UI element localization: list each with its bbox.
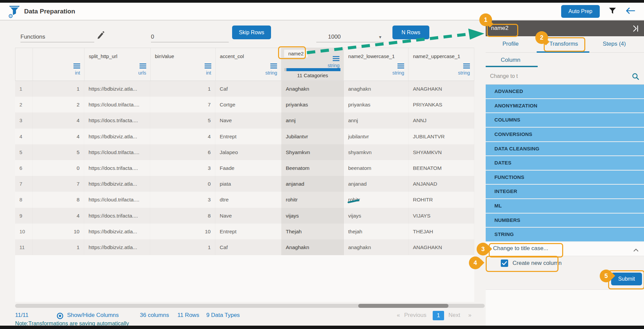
table-cell[interactable]: Entrept: [215, 224, 281, 239]
horizontal-scrollbar[interactable]: [15, 304, 485, 308]
table-cell[interactable]: ANJANAD: [409, 176, 474, 192]
table-cell[interactable]: Caf: [215, 81, 281, 97]
transform-search[interactable]: Change to t: [486, 69, 644, 85]
table-cell[interactable]: Faade: [215, 160, 281, 176]
table-cell[interactable]: https://bdbizviz.atla...: [84, 81, 150, 97]
table-cell[interactable]: vijays: [344, 208, 409, 224]
table-cell[interactable]: 10: [33, 224, 84, 239]
table-cell[interactable]: Jubilantvr: [281, 129, 344, 144]
transform-item-title-case[interactable]: Change to title case...: [486, 242, 644, 256]
table-cell[interactable]: https://cloud.trifacta....: [84, 97, 150, 112]
scrollbar-thumb[interactable]: [358, 304, 448, 308]
table-cell[interactable]: https://bdbizviz.atla...: [84, 239, 150, 255]
table-cell[interactable]: 0: [33, 160, 84, 176]
table-cell[interactable]: Entrept: [215, 129, 281, 144]
search-icon[interactable]: [632, 73, 640, 82]
table-cell[interactable]: 4: [33, 129, 84, 144]
table-cell[interactable]: thejah: [344, 224, 409, 239]
table-cell[interactable]: ANNJ: [409, 112, 474, 128]
table-cell[interactable]: PRIYANKAS: [409, 97, 474, 112]
transform-search-input[interactable]: Change to t: [490, 73, 518, 79]
table-cell[interactable]: anjanad: [281, 176, 344, 192]
transform-category-ml[interactable]: ML: [486, 199, 644, 214]
table-cell[interactable]: SHYAMKVN: [409, 144, 474, 160]
table-cell[interactable]: 0: [150, 176, 215, 192]
transform-category-numbers[interactable]: NUMBERS: [486, 214, 644, 228]
table-cell[interactable]: rohitr: [281, 192, 344, 207]
subtab-column[interactable]: Column: [501, 57, 521, 63]
eye-icon[interactable]: [56, 312, 64, 321]
tab-profile[interactable]: Profile: [502, 41, 519, 47]
table-cell[interactable]: anjanad: [344, 176, 409, 192]
show-hide-columns-link[interactable]: Show/Hide Columns: [67, 312, 119, 319]
column-header-binValue[interactable]: binValueint: [151, 48, 216, 81]
column-menu-icon[interactable]: [73, 63, 80, 68]
table-cell[interactable]: 6: [150, 144, 215, 160]
table-cell[interactable]: VIJAYS: [409, 208, 474, 224]
table-cell[interactable]: https://docs.trifacta....: [84, 208, 150, 224]
row-limit-select[interactable]: 1000 ▾: [316, 32, 384, 42]
pagination-next[interactable]: Next: [448, 312, 460, 319]
table-cell[interactable]: Cortge: [215, 97, 281, 112]
chevron-up-icon[interactable]: [633, 247, 639, 253]
table-cell[interactable]: 1: [33, 239, 84, 255]
table-cell[interactable]: 8: [150, 208, 215, 224]
n-rows-button[interactable]: N Rows: [392, 26, 429, 39]
submit-button[interactable]: Submit: [611, 273, 642, 285]
table-cell[interactable]: https://docs.trifacta....: [84, 112, 150, 128]
table-cell[interactable]: Nave: [215, 208, 281, 224]
column-header-name2[interactable]: name2string11 Catagories: [281, 48, 344, 81]
table-cell[interactable]: Caf: [215, 239, 281, 255]
table-cell[interactable]: 8: [33, 192, 84, 207]
table-cell[interactable]: BEENATOM: [409, 160, 474, 176]
table-cell[interactable]: https://bdbizviz.atla...: [84, 129, 150, 144]
transform-category-advanced[interactable]: ADVANCED: [486, 85, 644, 99]
column-menu-icon[interactable]: [333, 56, 339, 61]
table-cell[interactable]: priyankas: [344, 97, 409, 112]
column-header-name2_lowercase_1[interactable]: name2_lowercase_1string: [344, 48, 409, 81]
table-cell[interactable]: 4: [150, 129, 215, 144]
table-cell[interactable]: 1: [33, 81, 84, 97]
table-cell[interactable]: piata: [215, 176, 281, 192]
transform-category-columns[interactable]: COLUMNS: [486, 113, 644, 128]
table-cell[interactable]: dtre: [215, 192, 281, 207]
column-header-rownum[interactable]: [15, 48, 33, 81]
transform-category-functions[interactable]: FUNCTIONS: [486, 171, 644, 185]
transform-category-string[interactable]: STRING: [486, 228, 644, 242]
table-cell[interactable]: jubilantvr: [344, 129, 409, 144]
column-menu-icon[interactable]: [463, 63, 470, 68]
column-header-accent_col[interactable]: accent_colstring: [216, 48, 282, 81]
table-cell[interactable]: shyamkvn: [344, 144, 409, 160]
table-cell[interactable]: 4: [33, 112, 84, 128]
table-cell[interactable]: 1: [150, 239, 215, 255]
pagination-next-glyph[interactable]: »: [468, 312, 471, 319]
table-cell[interactable]: https://bdbizviz.atla...: [84, 224, 150, 239]
skip-rows-input[interactable]: 0: [151, 32, 229, 42]
create-new-column-checkbox[interactable]: [501, 260, 508, 267]
transform-category-anonymization[interactable]: ANONYMIZATION: [486, 99, 644, 113]
table-cell[interactable]: ROHITR: [409, 192, 474, 207]
table-cell[interactable]: anaghakn: [344, 81, 409, 97]
column-header-unnamed[interactable]: int: [33, 48, 85, 81]
table-cell[interactable]: THEJAH: [409, 224, 474, 239]
skip-rows-button[interactable]: Skip Rows: [232, 26, 271, 39]
column-header-split_http_url[interactable]: split_http_urlurls: [85, 48, 151, 81]
table-cell[interactable]: vijays: [281, 208, 344, 224]
tab-transforms[interactable]: Transforms: [549, 41, 578, 47]
table-cell[interactable]: 2: [33, 97, 84, 112]
column-menu-icon[interactable]: [205, 63, 211, 68]
table-cell[interactable]: Shyamkvn: [281, 144, 344, 160]
table-cell[interactable]: anaghakn: [344, 239, 409, 255]
table-cell[interactable]: 1: [150, 81, 215, 97]
back-arrow-icon[interactable]: [625, 7, 635, 16]
tab-steps[interactable]: Steps (4): [603, 41, 626, 47]
table-cell[interactable]: https://cloud.trifacta....: [84, 144, 150, 160]
table-cell[interactable]: 7: [33, 176, 84, 192]
table-cell[interactable]: Anaghakn: [281, 239, 344, 255]
edit-pencil-icon[interactable]: [97, 31, 104, 41]
table-cell[interactable]: rohitr: [344, 192, 409, 207]
table-cell[interactable]: Jalapeo: [215, 144, 281, 160]
column-header-name2_uppercase_1[interactable]: name2_uppercase_1string: [409, 48, 474, 81]
table-cell[interactable]: https://bdbizviz.atla...: [84, 176, 150, 192]
table-cell[interactable]: Anaghakn: [281, 81, 344, 97]
